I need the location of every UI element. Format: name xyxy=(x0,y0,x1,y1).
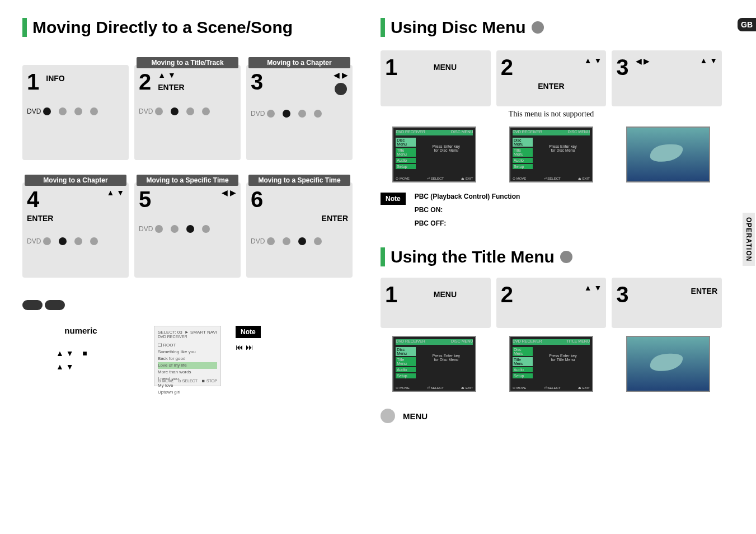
title-menu-steps: 1 MENU 2 ▲ ▼ 3 ENTER xyxy=(381,278,722,328)
heading-title-menu: Using the Title Menu xyxy=(381,247,722,266)
step-number: 1 xyxy=(385,56,397,78)
menu-item-setup: Setup xyxy=(513,373,533,378)
foot-select: ⊙ SELECT xyxy=(178,379,198,383)
title-step-1: 1 MENU xyxy=(381,278,491,328)
osd-clock-icon xyxy=(186,107,194,115)
step-card-6: Moving to a Specific Time 6 ENTER DVD xyxy=(246,182,353,278)
menu-item-setup: Setup xyxy=(396,164,416,169)
song-item: Uptown girl xyxy=(158,389,217,396)
menu-item-disc-menu: Disc Menu xyxy=(396,347,416,356)
osd-clock-icon xyxy=(298,237,306,245)
osd-dvd-label: DVD xyxy=(251,237,275,245)
disc-step-2: 2 ▲ ▼ ENTER xyxy=(496,50,607,106)
step-number: 4 xyxy=(27,188,39,210)
numeric-label: numeric xyxy=(22,326,139,335)
right-column: Using Disc Menu 1 MENU 2 ▲ ▼ ENTER 3 ◀ ▶… xyxy=(381,18,722,423)
disc-step-3: 3 ◀ ▶ ▲ ▼ xyxy=(612,50,722,106)
osd-disc-menu-screenshot: DVD RECEIVER DISC MENU Disc Menu Title M… xyxy=(392,127,476,182)
menu-item-disc-menu: Disc Menu xyxy=(513,347,533,356)
step-label-enter: ENTER xyxy=(501,82,602,91)
not-supported-message: This menu is not supported xyxy=(381,110,722,119)
left-column: Moving Directly to a Scene/Song 1 INFO D… xyxy=(22,18,353,386)
pill-mp3 xyxy=(22,300,43,310)
step-number: 2 xyxy=(501,283,513,306)
osd-row: DVD xyxy=(27,107,124,115)
arrow-hints: ▲ ▼ ■ ▲ ▼ xyxy=(22,349,139,371)
step-number: 1 xyxy=(385,283,397,306)
select-label: SELECT: 03 xyxy=(158,330,182,335)
osd-dvd-label: DVD xyxy=(139,225,163,233)
song-item: Back for good xyxy=(158,355,217,362)
page-language-badge: GB xyxy=(738,18,756,31)
osd-repeat-icon xyxy=(314,110,322,118)
playback-screenshot xyxy=(626,127,710,182)
step-label-enter: ENTER xyxy=(158,83,184,92)
title-menu-screenshots: DVD RECEIVER DISC MENU Disc Menu Title M… xyxy=(381,336,722,392)
mp3-section: numeric ▲ ▼ ■ ▲ ▼ SELECT: 03 ► SMART NAV… xyxy=(22,300,353,386)
osd-disc-menu-screenshot-3: DVD RECEIVER DISC MENU Disc Menu Title M… xyxy=(392,336,476,392)
heading-text: Moving Directly to a Scene/Song xyxy=(32,18,293,37)
menu-item-audio: Audio xyxy=(513,158,533,163)
disc-type-pills-small xyxy=(22,300,353,310)
osd-dvd-label: DVD xyxy=(251,110,275,118)
footer-menu-label: MENU xyxy=(403,411,428,421)
pbc-on: PBC ON: xyxy=(415,206,520,214)
arrows-left-right-icon: ◀ ▶ xyxy=(222,188,236,197)
menu-item-audio: Audio xyxy=(513,367,533,372)
pbc-title: PBC (Playback Control) Function xyxy=(415,193,520,200)
step-card-5: Moving to a Specific Time 5 ◀ ▶ DVD xyxy=(134,182,241,278)
osd-repeat-icon xyxy=(90,237,98,245)
playback-screenshot xyxy=(626,336,710,392)
step-title-bar: Moving to a Chapter xyxy=(248,57,350,68)
osd-angle-icon xyxy=(283,110,290,118)
step-label-menu: MENU xyxy=(434,290,457,299)
step-title-bar: Moving to a Specific Time xyxy=(137,175,238,186)
heading-disc-menu: Using Disc Menu xyxy=(381,18,722,37)
disc-menu-steps: 1 MENU 2 ▲ ▼ ENTER 3 ◀ ▶ ▲ ▼ xyxy=(381,50,722,106)
foot-stop: ⏹ STOP xyxy=(201,379,217,383)
disc-type-indicator-icon xyxy=(560,251,572,263)
step-number: 2 xyxy=(139,71,151,93)
osd-repeat-icon xyxy=(90,107,98,115)
osd-repeat-icon xyxy=(202,225,210,233)
note-badge: Note xyxy=(236,326,261,338)
receiver-brand: DVD RECEIVER xyxy=(158,335,217,339)
osd-row: DVD xyxy=(139,107,236,115)
step-title-bar: Moving to a Specific Time xyxy=(248,175,350,186)
osd-angle-icon xyxy=(59,237,67,245)
step-title-bar: Moving to a Title/Track xyxy=(137,57,238,68)
step-number: 3 xyxy=(251,71,263,93)
arrows-up-down-icon: ▲ ▼ xyxy=(584,283,602,292)
stop-icon: ■ xyxy=(82,349,87,358)
note-badge: Note xyxy=(381,193,406,205)
step-number: 3 xyxy=(616,283,628,306)
steps-grid-top: 1 INFO DVD Moving to a Title/Track 2 ▲ ▼… xyxy=(22,65,353,160)
menu-item-title-menu: Title Menu xyxy=(513,148,533,157)
osd-angle-icon xyxy=(59,107,67,115)
arrows-up-down-icon: ▲ ▼ xyxy=(699,56,717,65)
menu-item-title-menu: Title Menu xyxy=(396,357,416,366)
pill-jpeg xyxy=(45,300,65,310)
disc-menu-screenshots: DVD RECEIVER DISC MENU Disc Menu Title M… xyxy=(381,127,722,182)
smart-navi-label: ► SMART NAVI xyxy=(185,330,217,335)
osd-row: DVD xyxy=(251,110,348,118)
arrows-left-right-icon: ◀ ▶ xyxy=(334,71,348,79)
skip-icons: ⏮ ⏭ xyxy=(236,343,353,352)
foot-move: ⊙ MOVE xyxy=(158,379,174,383)
osd-dvd-label: DVD xyxy=(139,107,163,115)
title-step-2: 2 ▲ ▼ xyxy=(496,278,607,328)
osd-clock-icon xyxy=(74,107,82,115)
step-number: 1 xyxy=(27,71,39,93)
osd-angle-icon xyxy=(171,225,179,233)
arrows-left-right-icon: ◀ ▶ xyxy=(636,57,650,65)
arrows-up-down-icon: ▲ ▼ xyxy=(584,56,602,65)
menu-item-disc-menu: Disc Menu xyxy=(513,138,533,147)
osd-repeat-icon xyxy=(202,107,210,115)
osd-title-menu-screenshot: DVD RECEIVER TITLE MENU Disc Menu Title … xyxy=(509,336,593,392)
step-label-enter: ENTER xyxy=(27,214,124,223)
bullet-icon xyxy=(381,409,395,423)
disc-step-1: 1 MENU xyxy=(381,50,491,106)
pbc-off: PBC OFF: xyxy=(415,219,520,227)
step-label-info: INFO xyxy=(46,74,64,83)
step-card-2: Moving to a Title/Track 2 ▲ ▼ ENTER DVD xyxy=(134,65,241,160)
